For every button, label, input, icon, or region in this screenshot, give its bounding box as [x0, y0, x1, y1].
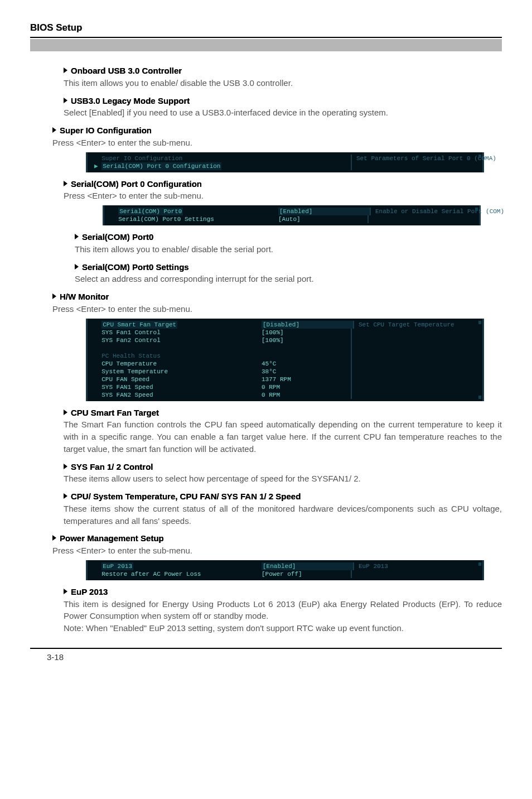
triangle-icon [64, 589, 67, 594]
item-cpu-smart-fan: CPU Smart Fan Target [64, 407, 502, 419]
scrollbar-bit [475, 208, 478, 211]
bios-blank [351, 336, 482, 344]
bios-row-value: [Power off] [262, 570, 351, 578]
item-serial-port0-settings: Serial(COM) Port0 Settings [75, 261, 502, 273]
triangle-icon [75, 234, 79, 239]
bios-blank [351, 329, 482, 336]
bios-row-label: SYS Fan2 Control [88, 336, 262, 344]
scrollbar-bit [478, 396, 481, 399]
bios-row-value: [Enabled] [278, 208, 370, 215]
header-band [30, 39, 502, 51]
bios-row-label: Restore after AC Power Loss [88, 570, 262, 578]
item-title: Serial(COM) Port0 Settings [82, 262, 189, 272]
bios-help: Enable or Disable Serial Port (COM) [370, 208, 510, 215]
item-onboard-usb30: Onboard USB 3.0 Controller [64, 65, 502, 77]
bios-row-value: [Auto] [278, 215, 367, 223]
bios-row-label: EuP 2013 [88, 562, 262, 570]
bios-row-label: SYS FAN1 Speed [88, 383, 262, 391]
scrollbar-bit [478, 321, 481, 324]
bios-row-label: SYS FAN2 Speed [88, 391, 262, 399]
bios-row-label: Super IO Configuration [88, 155, 262, 162]
item-desc: Select [Enabled] if you need to use a US… [64, 107, 502, 119]
scrollbar-bit [478, 155, 481, 158]
bios-help: EuP 2013 [353, 562, 482, 570]
item-enter: Press <Enter> to enter the sub-menu. [64, 190, 502, 202]
content: Onboard USB 3.0 Controller This item all… [30, 65, 502, 634]
item-desc: These items allow users to select how pe… [64, 473, 502, 485]
triangle-icon [64, 410, 67, 415]
bios-blank [351, 391, 482, 399]
item-serial-port0-config: Serial(COM) Port 0 Configuration [64, 178, 502, 190]
item-title: Super IO Configuration [60, 126, 152, 135]
triangle-icon [52, 535, 56, 541]
bios-row-label: CPU Smart Fan Target [88, 321, 262, 329]
item-title: EuP 2013 [71, 587, 108, 596]
bios-row-value: 45°C [262, 360, 351, 368]
triangle-icon [64, 493, 67, 499]
header-rule [30, 37, 502, 38]
item-title: Serial(COM) Port 0 Configuration [71, 179, 202, 189]
bios-row-value: [Enabled] [262, 562, 353, 570]
item-title: H/W Monitor [60, 292, 109, 301]
item-enter: Press <Enter> to enter the sub-menu. [52, 303, 502, 315]
triangle-icon [64, 68, 67, 73]
triangle-icon [64, 98, 67, 103]
item-super-io: Super IO Configuration [52, 124, 502, 137]
bios-blank [351, 344, 482, 352]
item-serial-port0: Serial(COM) Port0 [75, 231, 502, 243]
item-title: CPU Smart Fan Target [71, 408, 159, 417]
bios-row-label: PC Health Status [88, 352, 262, 360]
item-title: CPU/ System Temperature, CPU FAN/ SYS FA… [71, 492, 301, 501]
item-desc: The Smart Fan function controls the CPU … [64, 418, 502, 455]
item-title: USB3.0 Legacy Mode Support [71, 96, 190, 105]
bios-row-value: 0 RPM [262, 391, 351, 399]
bios-blank [351, 368, 482, 376]
item-hw-monitor: H/W Monitor [52, 291, 502, 303]
triangle-icon [52, 293, 56, 299]
bios-row-value: [100%] [262, 336, 351, 344]
triangle-icon [75, 264, 79, 269]
item-note: Note: When "Enabled" EuP 2013 setting, s… [64, 622, 502, 634]
bios-help: Set CPU Target Temperature [353, 321, 482, 329]
bios-row-value [262, 352, 351, 360]
item-desc: Select an address and corresponding inte… [75, 273, 502, 285]
bios-screenshot-super-io: Super IO Configuration Set Parameters of… [86, 152, 484, 172]
triangle-icon [64, 464, 67, 469]
item-title: Power Management Setup [60, 533, 164, 543]
bios-row-label: ▶ Serial(COM) Port 0 Configuration [88, 162, 262, 170]
item-power-management: Power Management Setup [52, 532, 502, 545]
bios-row-label [88, 344, 262, 352]
item-desc: This item allows you to enable/ disable … [64, 77, 502, 89]
bios-row-label: CPU Temperature [88, 360, 262, 368]
bios-blank [351, 383, 482, 391]
item-title: Onboard USB 3.0 Controller [71, 66, 182, 75]
bios-row-value: 1377 RPM [262, 376, 351, 383]
bios-row-value: [100%] [262, 329, 351, 336]
item-usb30-legacy: USB3.0 Legacy Mode Support [64, 95, 502, 107]
bios-blank [351, 376, 482, 383]
bios-row-label: Serial(COM) Port0 [104, 208, 278, 215]
bios-row-label: System Temperature [88, 368, 262, 376]
item-eup-2013: EuP 2013 [64, 586, 502, 598]
item-title: Serial(COM) Port0 [82, 232, 153, 242]
item-enter: Press <Enter> to enter the sub-menu. [52, 545, 502, 557]
bios-row-label: CPU FAN Speed [88, 376, 262, 383]
bios-row-value: [Disabled] [262, 321, 353, 329]
item-enter: Press <Enter> to enter the sub-menu. [52, 137, 502, 149]
bios-row-value: 0 RPM [262, 383, 351, 391]
bios-help-blank [367, 215, 479, 223]
item-desc: These items show the current status of a… [64, 503, 502, 527]
item-title: SYS Fan 1/ 2 Control [71, 462, 153, 471]
bios-help-blank [351, 162, 482, 170]
bios-row-label: Serial(COM) Port0 Settings [104, 215, 278, 223]
page-title: BIOS Setup [30, 22, 502, 33]
bios-row-value [262, 155, 351, 162]
item-desc: This item is designed for Energy Using P… [64, 598, 502, 623]
bios-blank [351, 352, 482, 360]
bios-row-value: 38°C [262, 368, 351, 376]
footer-rule [30, 648, 502, 649]
bios-row-value [262, 344, 351, 352]
bios-blank [351, 570, 482, 578]
item-sys-fan-12: SYS Fan 1/ 2 Control [64, 461, 502, 473]
bios-screenshot-hw-monitor: CPU Smart Fan Target[Disabled]Set CPU Ta… [86, 319, 484, 401]
